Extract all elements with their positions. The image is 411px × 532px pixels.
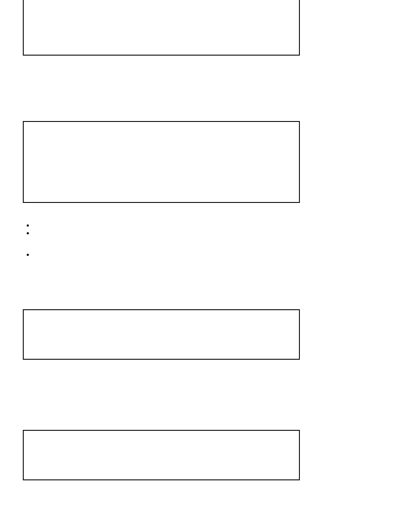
- bullet-icon: [27, 232, 29, 234]
- outlined-box-1: [23, 0, 300, 56]
- bullet-icon: [27, 224, 29, 227]
- outlined-box-2: [23, 121, 300, 203]
- outlined-box-3: [23, 309, 300, 360]
- outlined-box-4: [23, 430, 300, 480]
- page-container: [0, 0, 411, 532]
- bullet-icon: [27, 254, 29, 256]
